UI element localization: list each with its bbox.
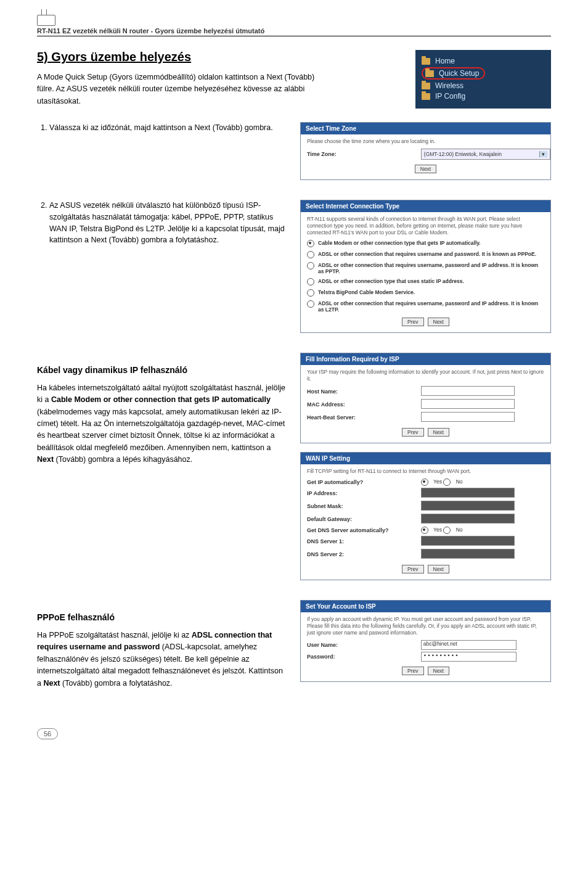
heartbeat-label: Heart-Beat Server: [307, 414, 421, 421]
getip-yes[interactable] [421, 478, 428, 486]
intro-text: A Mode Quick Setup (Gyors üzemmódbeállít… [37, 72, 327, 107]
radio-icon [307, 240, 314, 247]
dns1-label: DNS Server 1: [307, 538, 421, 544]
password-label: Password: [307, 654, 421, 660]
conn-opt-cable-label: Cable Modem or other connection type tha… [318, 240, 481, 246]
getdns-yes[interactable] [421, 527, 428, 534]
doc-header: RT-N11 EZ vezeték nélküli N router - Gyo… [37, 27, 551, 36]
time-desc: Please choose the time zone where you ar… [307, 138, 544, 145]
password-input[interactable]: ••••••••• [421, 652, 517, 662]
cable-text-2: (kábelmodemes vagy más kapcsolat, amely … [37, 408, 285, 452]
panel-account-header: Set Your Account to ISP [301, 601, 550, 612]
radio-icon [307, 251, 314, 258]
username-input[interactable]: abc@hinet.net [421, 640, 517, 650]
dns2-label: DNS Server 2: [307, 551, 421, 557]
panel-isp-header: Fill Information Required by ISP [301, 353, 550, 365]
ip-label: IP Address: [307, 490, 421, 496]
conn-opt-cable[interactable]: Cable Modem or other connection type tha… [307, 240, 544, 247]
subnet-input[interactable] [421, 501, 515, 511]
radio-icon [307, 262, 314, 269]
conn-opt-l2tp[interactable]: ADSL or other connection that requires u… [307, 300, 544, 313]
pppoe-bold-2: Next [43, 679, 60, 688]
account-desc: If you apply an account with dynamic IP.… [307, 616, 544, 636]
conn-opt-pppoe[interactable]: ADSL or other connection that requires u… [307, 251, 544, 258]
gateway-label: Default Gateway: [307, 516, 421, 522]
getdns-no[interactable] [443, 527, 451, 534]
conn-opt-pptp-label: ADSL or other connection that requires u… [318, 262, 544, 274]
mac-label: MAC Address: [307, 401, 421, 408]
cable-bold-2: Next [37, 455, 54, 464]
prev-button[interactable]: Prev [402, 318, 423, 326]
next-button[interactable]: Next [428, 565, 449, 573]
cable-bold-1: Cable Modem or other connection that get… [51, 395, 271, 404]
dns1-input[interactable] [421, 536, 515, 546]
next-button[interactable]: Next [428, 667, 449, 675]
time-zone-select[interactable]: (GMT-12:00) Eniwetok, Kwajalein▾ [421, 149, 550, 160]
nav-ip-config[interactable]: IP Config [422, 92, 545, 101]
panel-isp-info: Fill Information Required by ISP Your IS… [300, 353, 551, 443]
no-label: No [456, 479, 463, 485]
dns2-input[interactable] [421, 549, 515, 559]
radio-icon [307, 278, 314, 285]
gateway-input[interactable] [421, 514, 515, 524]
radio-icon [307, 300, 314, 308]
isp-desc: Your ISP may require the following infor… [307, 369, 544, 382]
step-2: Az ASUS vezeték nélküli útválasztó hat k… [49, 200, 288, 246]
getip-no[interactable] [443, 478, 451, 486]
conn-opt-static[interactable]: ADSL or other connection type that uses … [307, 278, 544, 285]
getdns-label: Get DNS Server automatically? [307, 527, 421, 533]
nav-quick-label: Quick Setup [439, 69, 479, 78]
username-label: User Name: [307, 642, 421, 648]
nav-home[interactable]: Home [422, 57, 545, 65]
conn-opt-l2tp-label: ADSL or other connection that requires u… [318, 300, 544, 313]
pppoe-text-3: (Tovább) gombra a folytatáshoz. [60, 679, 173, 688]
prev-button[interactable]: Prev [402, 565, 423, 573]
folder-icon [422, 93, 430, 100]
nav-ip-label: IP Config [435, 92, 465, 101]
heartbeat-input[interactable] [421, 412, 515, 422]
wan-desc: Fill TCP/IP setting for RT-N11 to connec… [307, 468, 544, 475]
no-label: No [456, 527, 463, 533]
conn-opt-telstra[interactable]: Telstra BigPond Cable Modem Service. [307, 289, 544, 297]
nav-quick-setup[interactable]: Quick Setup [422, 67, 485, 80]
panel-conn-header: Select Internet Connection Type [301, 200, 550, 212]
subnet-label: Subnet Mask: [307, 503, 421, 509]
radio-icon [307, 289, 314, 297]
ip-input[interactable] [421, 488, 515, 498]
conn-opt-telstra-label: Telstra BigPond Cable Modem Service. [318, 289, 415, 295]
nav-wireless-label: Wireless [435, 81, 463, 90]
folder-icon [422, 83, 430, 89]
step-1: Válassza ki az időzónát, majd kattintson… [49, 122, 288, 134]
mac-input[interactable] [421, 399, 515, 409]
panel-time-zone: Select Time Zone Please choose the time … [300, 122, 551, 180]
getip-label: Get IP automatically? [307, 479, 421, 485]
next-button[interactable]: Next [428, 428, 449, 437]
page-number: 56 [37, 728, 58, 739]
host-name-input[interactable] [421, 386, 515, 396]
panel-account: Set Your Account to ISP If you apply an … [300, 600, 551, 682]
host-name-label: Host Name: [307, 388, 421, 395]
conn-opt-static-label: ADSL or other connection type that uses … [318, 278, 464, 284]
conn-opt-pppoe-label: ADSL or other connection that requires u… [318, 251, 536, 257]
time-zone-value: (GMT-12:00) Eniwetok, Kwajalein [424, 151, 502, 157]
panel-wan-ip: WAN IP Setting Fill TCP/IP setting for R… [300, 452, 551, 580]
time-zone-label: Time Zone: [307, 151, 421, 157]
prev-button[interactable]: Prev [402, 667, 423, 675]
router-icon [37, 15, 55, 26]
nav-wireless[interactable]: Wireless [422, 81, 545, 90]
yes-label: Yes [433, 527, 442, 533]
steps-list: Válassza ki az időzónát, majd kattintson… [37, 122, 288, 134]
folder-icon [425, 70, 434, 77]
chevron-down-icon: ▾ [539, 151, 547, 157]
nav-menu: Home Quick Setup Wireless IP Config [415, 50, 551, 109]
prev-button[interactable]: Prev [402, 428, 423, 437]
next-button[interactable]: Next [415, 165, 436, 173]
panel-time-header: Select Time Zone [301, 123, 550, 134]
conn-opt-pptp[interactable]: ADSL or other connection that requires u… [307, 262, 544, 274]
panel-connection-type: Select Internet Connection Type RT-N11 s… [300, 200, 551, 333]
panel-wan-header: WAN IP Setting [301, 453, 550, 464]
yes-label: Yes [433, 479, 442, 485]
step-1-text: Válassza ki az időzónát, majd kattintson… [49, 123, 273, 132]
cable-text-3: (Tovább) gombra a lépés kihagyásához. [54, 455, 192, 464]
next-button[interactable]: Next [428, 318, 449, 326]
